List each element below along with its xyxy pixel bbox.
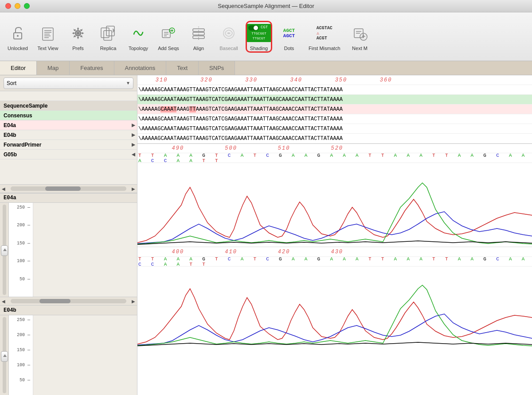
gear-icon	[67, 23, 89, 44]
dots-button[interactable]: AGCT AGCT Dots	[275, 20, 303, 54]
dots-label: Dots	[284, 46, 294, 51]
svg-marker-41	[3, 248, 7, 251]
hscroll-thumb-top[interactable]	[45, 186, 81, 191]
first-mismatch-button[interactable]: ACGTAC ⚠ ACGT First Mismatch	[305, 20, 344, 54]
next-label: Next M	[352, 46, 368, 51]
main-content: Sort ▼ SequenceSample Consensus E04a ▶	[0, 75, 532, 395]
replica-button[interactable]: Replica	[94, 20, 122, 54]
seq-row-sequencesample: \AAAAAGCAAATAAAGTTAAAGTCATCGAAGAAATTAAAT…	[137, 85, 532, 95]
tab-editor[interactable]: Editor	[0, 61, 37, 75]
sort-select[interactable]: Sort ▼	[4, 77, 133, 89]
add-seqs-label: Add Seqs	[158, 46, 179, 51]
svg-point-10	[77, 31, 80, 35]
topology-label: Topology	[129, 46, 148, 51]
align-label: Align	[193, 46, 204, 51]
hscroll-thumb-middle[interactable]	[39, 299, 70, 303]
ruler-row-e04a: 490 500 510 520	[137, 143, 532, 153]
text-view-label: Text View	[38, 46, 59, 51]
e04b-vscroll-track	[3, 317, 6, 393]
forwardprimer-arrow-icon: ▶	[132, 142, 135, 147]
scroll-right-arrow-2[interactable]: ▶	[130, 299, 137, 304]
right-panel: 310 320 330 340 350 360 \AAAAAGCAAATAAAG…	[137, 75, 532, 395]
ruler-1-text: 310 320 330 340 350 360	[139, 77, 392, 83]
seq-label-sequencesample: SequenceSample	[0, 101, 137, 111]
window-controls[interactable]	[5, 3, 30, 9]
unlocked-label: Unlocked	[8, 46, 28, 51]
svg-point-11	[77, 28, 79, 30]
svg-point-1	[17, 35, 19, 37]
chrom-e04b-section-label: E04b	[0, 306, 137, 315]
scroll-left-arrow[interactable]: ◀	[0, 186, 7, 191]
next-button[interactable]: Next M	[346, 20, 374, 54]
hscroll-top[interactable]: ◀ ▶	[0, 184, 137, 193]
shading-button[interactable]: CGT TTGCGGT TTGCGT Shading	[245, 20, 273, 54]
top-sequence-area: 310 320 330 340 350 360 \AAAAAGCAAATAAAG…	[137, 75, 532, 143]
seq-label-g05b[interactable]: G05b ◀	[0, 150, 137, 159]
tab-text[interactable]: Text	[166, 61, 199, 75]
seq-row-e04a: \AAAAAGCAAATAAAGTTAAAGTCATCGAAGAAATTAAAT…	[137, 105, 532, 114]
hscroll-track-middle[interactable]	[11, 299, 126, 303]
seq-forwardprimer-text: \AAAAAGCAAATAAAGTTAAAGTCATCGAAGAAATTAAAT…	[138, 126, 343, 132]
seq-name-sequencesample: SequenceSample	[4, 103, 47, 109]
shading-label: Shading	[250, 46, 268, 51]
align-button[interactable]: Align	[184, 20, 213, 54]
tab-map[interactable]: Map	[37, 61, 70, 75]
tab-annotations[interactable]: Annotations	[114, 61, 167, 75]
ruler-row-e04b: 400 410 420 430	[137, 247, 532, 257]
window-title: SequenceSample Alignment — Editor	[218, 3, 314, 9]
ruler-spacer	[0, 91, 137, 101]
seq-name-e04a: E04a	[4, 122, 16, 128]
seq-label-e04a[interactable]: E04a ▶	[0, 120, 137, 130]
tab-snps[interactable]: SNPs	[199, 61, 235, 75]
unlocked-button[interactable]: Unlocked	[4, 20, 32, 54]
tab-features[interactable]: Features	[70, 61, 114, 75]
shading-toggle: CGT TTGCGGT TTGCGT	[246, 24, 272, 42]
text-view-button[interactable]: Text View	[34, 20, 62, 54]
seq-e04a-bases-text: T T A A A G T C A T C G A A G A A A T	[138, 153, 532, 163]
sort-label: Sort	[7, 80, 16, 86]
chrom-e04a-section-label: E04a	[0, 193, 137, 203]
seq-label-e04b[interactable]: E04b ▶	[0, 130, 137, 140]
e04a-vscroll-thumb[interactable]	[1, 245, 8, 256]
next-icon	[349, 23, 371, 44]
add-seqs-icon	[158, 23, 179, 44]
scroll-left-arrow-2[interactable]: ◀	[0, 299, 7, 304]
seq-e04a-text: \AAAAAGCAAATAAAGTTAAAGTCATCGAAGAAATTAAAT…	[138, 106, 343, 112]
sequence-labels-top: SequenceSample Consensus E04a ▶ E04b ▶ F…	[0, 91, 137, 184]
prefs-label: Prefs	[72, 46, 84, 51]
e04b-vscroll-thumb[interactable]	[1, 351, 8, 362]
seq-name-e04b: E04b	[4, 132, 16, 138]
seq-label-consensus: Consensus	[0, 111, 137, 120]
ruler-row-1: 310 320 330 340 350 360	[137, 75, 532, 85]
prefs-button[interactable]: Prefs	[64, 20, 92, 54]
tabs-row: Editor Map Features Annotations Text SNP…	[0, 61, 532, 75]
ruler-e04a-text: 490 500 510 520	[139, 145, 343, 151]
seq-row-forwardprimer: \AAAAAGCAAATAAAGTTAAAGTCATCGAAGAAATTAAAT…	[137, 124, 532, 134]
svg-marker-42	[3, 354, 7, 357]
add-seqs-button[interactable]: Add Seqs	[154, 20, 183, 54]
minimize-button[interactable]	[15, 3, 20, 9]
basecall-label: Basecall	[219, 46, 238, 51]
basecall-button[interactable]: Basecall	[215, 20, 243, 54]
e04b-arrow-icon: ▶	[132, 132, 135, 137]
seq-label-forwardprimer[interactable]: ForwardPrimer ▶	[0, 140, 137, 150]
seq-name-forwardprimer: ForwardPrimer	[4, 142, 41, 148]
e04b-chrom-left: 250 — 200 — 150 — 100 — 50 —	[0, 315, 137, 395]
chrom-e04a-name: E04a	[4, 195, 16, 201]
maximize-button[interactable]	[24, 3, 30, 9]
sort-row: Sort ▼	[0, 75, 137, 91]
seq-row-g05b: \AAAAAGCAAATAAAGTTAAAGTCATCGAAGAAATTAAAT…	[137, 134, 532, 143]
scroll-right-arrow[interactable]: ▶	[130, 186, 137, 191]
hscroll-track-top[interactable]	[11, 186, 126, 191]
svg-point-17	[80, 29, 82, 31]
close-button[interactable]	[5, 3, 11, 9]
seq-g05b-text: \AAAAAGCAAATAAAGTTAAAGTCATCGAAGAAATTAAAT…	[138, 136, 343, 142]
topology-button[interactable]: Topology	[124, 20, 153, 54]
hscroll-middle[interactable]: ◀ ▶	[0, 297, 137, 306]
e04a-vscroll-track	[3, 205, 6, 295]
chrom-e04b-name: E04b	[4, 307, 16, 314]
ruler-e04b-text: 400 410 420 430	[139, 249, 343, 255]
e04b-vscroll[interactable]	[0, 315, 9, 395]
seq-e04b-text: \AAAAAGCAAATAAAGTTAAAGTCATCGAAGAAATTAAAT…	[138, 116, 343, 122]
e04a-vscroll[interactable]	[0, 203, 9, 297]
